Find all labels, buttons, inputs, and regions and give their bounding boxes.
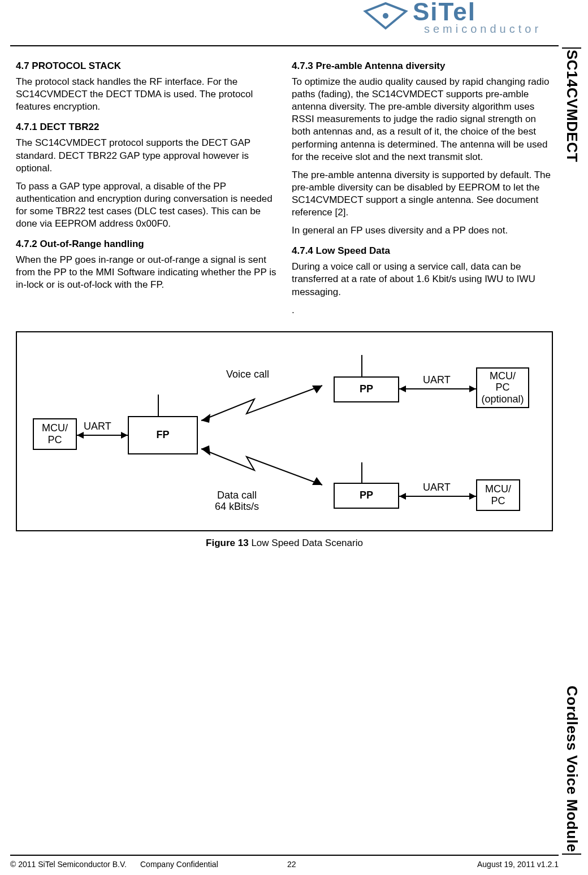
para-dot: . bbox=[292, 304, 553, 317]
box-pp-top: PP bbox=[334, 376, 399, 402]
para-4-7-3c: In general an FP uses diversity and a PP… bbox=[292, 224, 553, 237]
figure-caption-bold: Figure 13 bbox=[206, 538, 249, 548]
box-mcu-pc-left: MCU/ PC bbox=[33, 418, 77, 450]
footer-date: August 19, 2011 v1.2.1 bbox=[446, 859, 559, 869]
left-column: 4.7 PROTOCOL STACK The protocol stack ha… bbox=[16, 53, 277, 322]
heading-4-7-2: 4.7.2 Out-of-Range handling bbox=[16, 238, 277, 250]
footer-page-number: 22 bbox=[253, 859, 446, 869]
footer-copyright: © 2011 SiTel Semiconductor B.V. bbox=[10, 859, 140, 869]
box-pp-bottom: PP bbox=[334, 483, 399, 509]
svg-marker-5 bbox=[77, 432, 84, 439]
page-header: SiTel semiconductor bbox=[10, 0, 576, 45]
svg-marker-11 bbox=[399, 493, 406, 500]
para-4-7-4: During a voice call or using a service c… bbox=[292, 261, 553, 298]
side-label-module: Cordless Voice Module bbox=[562, 686, 581, 855]
label-uart-left: UART bbox=[84, 421, 111, 432]
heading-4-7-4: 4.7.4 Low Speed Data bbox=[292, 245, 553, 257]
figure-caption-text: Low Speed Data Scenario bbox=[249, 538, 363, 548]
label-uart-bottom: UART bbox=[423, 482, 451, 493]
para-4-7-3a: To optimize the audio quality caused by … bbox=[292, 76, 553, 163]
side-label-part-number: SC14CVMDECT bbox=[562, 47, 581, 162]
right-column: 4.7.3 Pre-amble Antenna diversity To opt… bbox=[292, 53, 553, 322]
svg-marker-6 bbox=[121, 432, 128, 439]
svg-point-0 bbox=[383, 13, 388, 19]
para-4-7-2: When the PP goes in-range or out-of-rang… bbox=[16, 254, 277, 291]
sitel-logo: SiTel semiconductor bbox=[361, 1, 576, 38]
box-fp: FP bbox=[128, 416, 198, 454]
svg-marker-9 bbox=[469, 385, 476, 392]
box-mcu-pc-opt: MCU/ PC (optional) bbox=[476, 367, 529, 408]
heading-4-7: 4.7 PROTOCOL STACK bbox=[16, 60, 277, 72]
svg-marker-16 bbox=[312, 477, 322, 485]
para-4-7-1a: The SC14CVMDECT protocol supports the DE… bbox=[16, 137, 277, 174]
figure-13: MCU/ PC FP PP PP MCU/ PC (optional) MCU/… bbox=[16, 331, 553, 531]
para-4-7-3b: The pre-amble antenna diversity is suppo… bbox=[292, 169, 553, 219]
heading-4-7-1: 4.7.1 DECT TBR22 bbox=[16, 121, 277, 133]
svg-marker-8 bbox=[399, 385, 406, 392]
figure-caption: Figure 13 Low Speed Data Scenario bbox=[10, 537, 559, 549]
para-4-7: The protocol stack handles the RF interf… bbox=[16, 76, 277, 113]
svg-marker-12 bbox=[469, 493, 476, 500]
content-frame: 4.7 PROTOCOL STACK The protocol stack ha… bbox=[10, 45, 559, 549]
label-uart-top: UART bbox=[423, 374, 451, 386]
footer-confidential: Company Confidential bbox=[140, 859, 253, 869]
logo-text: SiTel bbox=[413, 1, 476, 25]
label-data-call: Data call 64 kBits/s bbox=[215, 490, 259, 513]
para-4-7-1b: To pass a GAP type approval, a disable o… bbox=[16, 180, 277, 230]
svg-marker-14 bbox=[312, 385, 322, 393]
label-voice-call: Voice call bbox=[226, 369, 269, 380]
box-mcu-pc-right: MCU/ PC bbox=[476, 479, 520, 511]
svg-marker-13 bbox=[201, 414, 210, 423]
page-footer: © 2011 SiTel Semiconductor B.V. Company … bbox=[10, 855, 559, 869]
svg-marker-15 bbox=[201, 445, 210, 456]
heading-4-7-3: 4.7.3 Pre-amble Antenna diversity bbox=[292, 60, 553, 72]
logo-subtext: semiconductor bbox=[424, 23, 542, 35]
